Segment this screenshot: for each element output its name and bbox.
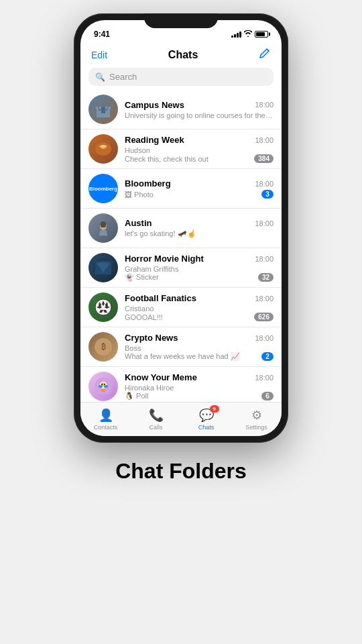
svg-point-22: [101, 389, 106, 392]
svg-rect-6: [109, 107, 111, 109]
chat-badge-bloomberg: 3: [261, 190, 274, 199]
avatar-reading-week: [88, 134, 118, 164]
svg-rect-5: [99, 107, 101, 109]
chat-content-crypto-news: Crypto News18:00BossWhat a few weeks we …: [125, 333, 274, 361]
svg-point-20: [99, 385, 103, 388]
chat-time-football-fanatics: 18:00: [255, 294, 274, 303]
avatar-crypto-news: ₿: [88, 332, 118, 362]
chat-name-horror-movie-night: Horror Movie Night: [125, 254, 204, 264]
settings-tab-icon: ⚙: [251, 408, 262, 423]
search-icon: 🔍: [95, 72, 105, 82]
chat-item-crypto-news[interactable]: ₿ Crypto News18:00BossWhat a few weeks w…: [80, 327, 282, 367]
chat-sender-football-fanatics: Cristiano: [125, 305, 274, 313]
svg-text:₿: ₿: [101, 342, 106, 352]
chat-preview-horror-movie-night: 👻 Sticker: [125, 273, 159, 282]
app-header: Edit Chats: [80, 44, 282, 68]
chat-preview-bloomberg: 🖼 Photo: [125, 191, 154, 199]
chat-time-reading-week: 18:00: [255, 136, 274, 144]
avatar-know-your-meme: [88, 372, 118, 401]
chats-tab-icon: 💬9: [199, 408, 214, 423]
calls-tab-icon: 📞: [149, 408, 164, 423]
contacts-tab-icon: 👤: [99, 408, 113, 423]
avatar-horror-movie-night: [88, 253, 118, 282]
chat-item-football-fanatics[interactable]: Football Fanatics18:00CristianoGOOOAL!!!…: [80, 288, 282, 327]
page-title: Chat Folders: [115, 459, 247, 484]
svg-point-24: [104, 384, 105, 385]
tab-bar: 👤Contacts📞Calls💬9Chats⚙Settings: [80, 402, 282, 436]
status-icons: [231, 30, 268, 38]
calls-tab-label: Calls: [149, 424, 162, 431]
chat-name-bloomberg: Bloomberg: [125, 178, 171, 189]
chat-badge-reading-week: 384: [254, 154, 274, 163]
chat-name-austin: Austin: [125, 218, 152, 228]
chat-name-campus-news: Campus News: [125, 100, 184, 110]
avatar-austin: [88, 213, 118, 243]
tab-contacts[interactable]: 👤Contacts: [80, 402, 131, 433]
chat-name-know-your-meme: Know Your Meme: [125, 372, 197, 382]
chats-tab-label: Chats: [198, 424, 215, 431]
svg-rect-7: [105, 107, 107, 109]
chat-name-crypto-news: Crypto News: [125, 333, 178, 343]
chat-time-austin: 18:00: [255, 219, 274, 227]
chat-content-campus-news: Campus News18:00University is going to o…: [125, 100, 274, 119]
chat-preview-crypto-news: What a few weeks we have had 📈: [125, 352, 240, 361]
chat-content-know-your-meme: Know Your Meme18:00Hironaka Hiroe🐧 Poll6: [125, 372, 274, 400]
svg-rect-4: [96, 107, 98, 109]
chat-item-know-your-meme[interactable]: Know Your Meme18:00Hironaka Hiroe🐧 Poll6: [80, 367, 282, 402]
chat-preview-campus-news: University is going to online courses fo…: [125, 111, 274, 119]
avatar-football-fanatics: [88, 292, 118, 322]
chat-content-horror-movie-night: Horror Movie Night18:00Graham Griffiths👻…: [125, 254, 274, 282]
chat-sender-know-your-meme: Hironaka Hiroe: [125, 384, 274, 392]
chat-preview-football-fanatics: GOOOAL!!!: [125, 313, 163, 321]
chat-sender-horror-movie-night: Graham Griffiths: [125, 265, 274, 273]
svg-point-21: [104, 385, 108, 388]
chat-item-reading-week[interactable]: Reading Week18:00HudsonCheck this, check…: [80, 129, 282, 169]
chat-preview-know-your-meme: 🐧 Poll: [125, 392, 148, 400]
tab-chats[interactable]: 💬9Chats: [181, 402, 231, 433]
chat-content-austin: Austin18:00let's go skating! 🛹☝: [125, 218, 274, 238]
chat-badge-crypto-news: 2: [261, 352, 274, 361]
chat-item-austin[interactable]: Austin18:00let's go skating! 🛹☝: [80, 209, 282, 248]
search-placeholder: Search: [109, 72, 137, 82]
edit-button[interactable]: Edit: [91, 50, 107, 60]
notch: [144, 13, 218, 28]
chat-time-know-your-meme: 18:00: [255, 374, 274, 382]
chat-content-football-fanatics: Football Fanatics18:00CristianoGOOOAL!!!…: [125, 293, 274, 321]
chat-content-reading-week: Reading Week18:00HudsonCheck this, check…: [125, 135, 274, 163]
phone-screen: 9:41: [80, 20, 282, 436]
wifi-icon: [244, 30, 252, 38]
chat-item-campus-news[interactable]: Campus News18:00University is going to o…: [80, 90, 282, 129]
settings-tab-label: Settings: [245, 424, 267, 431]
chat-badge-horror-movie-night: 32: [258, 273, 274, 282]
chat-time-crypto-news: 18:00: [255, 334, 274, 342]
chat-badge-know-your-meme: 6: [261, 392, 274, 400]
chat-content-bloomberg: Bloomberg18:00🖼 Photo3: [125, 178, 274, 199]
chats-tab-badge: 9: [210, 405, 219, 413]
tab-settings[interactable]: ⚙Settings: [231, 402, 282, 433]
chat-sender-reading-week: Hudson: [125, 146, 274, 154]
signal-bars-icon: [231, 31, 241, 38]
chat-badge-football-fanatics: 626: [254, 313, 274, 321]
status-time: 9:41: [94, 30, 110, 39]
chat-time-campus-news: 18:00: [255, 101, 274, 109]
chat-sender-crypto-news: Boss: [125, 344, 274, 352]
avatar-bloomberg: Bloomberg: [88, 174, 118, 203]
svg-rect-11: [101, 224, 106, 227]
header-title: Chats: [168, 49, 198, 61]
svg-rect-3: [101, 107, 105, 113]
battery-icon: [255, 31, 268, 38]
tab-calls[interactable]: 📞Calls: [131, 402, 181, 433]
contacts-tab-label: Contacts: [94, 424, 118, 431]
chat-name-football-fanatics: Football Fanatics: [125, 293, 196, 303]
chat-name-reading-week: Reading Week: [125, 135, 184, 145]
svg-point-23: [101, 384, 103, 385]
chat-preview-reading-week: Check this, check this out: [125, 155, 208, 163]
chat-item-horror-movie-night[interactable]: Horror Movie Night18:00Graham Griffiths👻…: [80, 248, 282, 288]
chat-item-bloomberg[interactable]: BloombergBloomberg18:00🖼 Photo3: [80, 169, 282, 209]
search-bar[interactable]: 🔍 Search: [88, 68, 274, 86]
chat-list: Campus News18:00University is going to o…: [80, 90, 282, 402]
chat-time-horror-movie-night: 18:00: [255, 255, 274, 263]
phone-shell: 9:41: [74, 13, 288, 443]
chat-time-bloomberg: 18:00: [255, 180, 274, 188]
compose-button[interactable]: [259, 47, 271, 62]
